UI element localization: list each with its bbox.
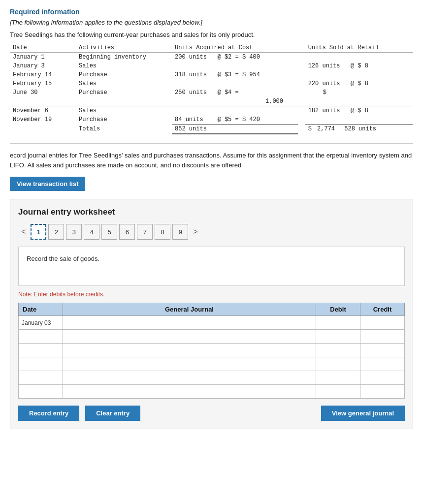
date-cell-1: January 03 [19, 316, 63, 330]
debit-cell-2[interactable] [316, 330, 360, 344]
date-cell-6 [19, 385, 63, 399]
journal-row-4 [19, 357, 405, 371]
journal-cell-2[interactable] [63, 330, 316, 344]
date-cell-2 [19, 330, 63, 344]
tab-4[interactable]: 4 [84, 224, 99, 240]
table-row: June 30 Purchase 250 units @ $4 = $ [10, 88, 413, 97]
journal-input-2[interactable] [66, 333, 313, 340]
credit-input-1[interactable] [363, 319, 401, 326]
journal-row-2 [19, 330, 405, 344]
col-units-sold: Units Sold at Retail [305, 43, 413, 53]
page-wrapper: Required information [The following info… [0, 0, 423, 504]
col-header-debit: Debit [316, 303, 360, 316]
debit-input-5[interactable] [319, 374, 357, 381]
credit-input-3[interactable] [363, 346, 401, 354]
tab-9[interactable]: 9 [172, 224, 188, 240]
credit-input-5[interactable] [363, 374, 401, 381]
debit-input-4[interactable] [319, 360, 357, 368]
credit-cell-6[interactable] [360, 385, 405, 399]
credit-cell-4[interactable] [360, 357, 405, 371]
debit-cell-4[interactable] [316, 357, 360, 371]
debit-cell-5[interactable] [316, 371, 360, 385]
tab-3[interactable]: 3 [66, 224, 82, 240]
debit-cell-1[interactable] [316, 316, 360, 330]
col-header-general-journal: General Journal [63, 303, 316, 316]
journal-input-6[interactable] [66, 388, 313, 395]
clear-entry-button[interactable]: Clear entry [85, 406, 140, 421]
credit-cell-2[interactable] [360, 330, 405, 344]
journal-input-3[interactable] [66, 346, 313, 354]
table-row: November 6 Sales 182 units @ $ 8 [10, 106, 413, 116]
debit-input-6[interactable] [319, 388, 357, 395]
credit-cell-1[interactable] [360, 316, 405, 330]
worksheet-container: Journal entry worksheet < 1 2 3 4 5 6 7 … [10, 199, 413, 429]
credit-input-2[interactable] [363, 333, 401, 340]
debit-input-2[interactable] [319, 333, 357, 340]
journal-input-4[interactable] [66, 360, 313, 368]
section-divider [10, 143, 413, 144]
col-units-acquired: Units Acquired at Cost [172, 43, 298, 53]
date-cell-4 [19, 357, 63, 371]
table-row: January 3 Sales 126 units @ $ 8 [10, 62, 413, 70]
journal-row-5 [19, 371, 405, 385]
next-tab-arrow[interactable]: > [190, 225, 200, 238]
credit-cell-5[interactable] [360, 371, 405, 385]
col-header-credit: Credit [360, 303, 405, 316]
totals-row: Totals 852 units $ 2,774 528 units [10, 125, 413, 134]
record-entry-button[interactable]: Record entry [18, 406, 79, 421]
col-date: Date [10, 43, 76, 53]
instructions-text: ecord journal entries for Tree Seedlings… [10, 151, 413, 170]
button-row: Record entry Clear entry View general jo… [18, 406, 405, 421]
view-transaction-button[interactable]: View transaction list [10, 177, 85, 191]
debit-cell-6[interactable] [316, 385, 360, 399]
table-row: 1,000 [10, 97, 413, 106]
entry-description: Record the sale of goods. [27, 255, 99, 262]
table-row: February 14 Purchase 318 units @ $3 = $ … [10, 70, 413, 79]
worksheet-title: Journal entry worksheet [18, 207, 405, 217]
inventory-table: Date Activities Units Acquired at Cost U… [10, 43, 413, 134]
col-activities: Activities [76, 43, 172, 53]
col-header-date: Date [19, 303, 63, 316]
view-general-journal-button[interactable]: View general journal [321, 406, 405, 421]
tab-1[interactable]: 1 [31, 224, 46, 240]
col-spacer [298, 43, 305, 53]
table-row: January 1 Beginning inventory 200 units … [10, 53, 413, 62]
credit-cell-3[interactable] [360, 344, 405, 357]
journal-row-3 [19, 344, 405, 357]
credit-input-6[interactable] [363, 388, 401, 395]
journal-table: Date General Journal Debit Credit Januar… [18, 303, 405, 399]
journal-row-1: January 03 [19, 316, 405, 330]
journal-cell-4[interactable] [63, 357, 316, 371]
tab-5[interactable]: 5 [101, 224, 117, 240]
debit-cell-3[interactable] [316, 344, 360, 357]
date-cell-5 [19, 371, 63, 385]
note-text: Note: Enter debits before credits. [18, 291, 405, 298]
italic-note: [The following information applies to th… [10, 19, 413, 26]
debit-input-3[interactable] [319, 346, 357, 354]
journal-input-1[interactable] [66, 319, 313, 326]
debit-input-1[interactable] [319, 319, 357, 326]
tab-6[interactable]: 6 [119, 224, 135, 240]
required-info-title: Required information [10, 8, 413, 16]
journal-row-6 [19, 385, 405, 399]
journal-cell-1[interactable] [63, 316, 316, 330]
tab-8[interactable]: 8 [155, 224, 170, 240]
journal-cell-3[interactable] [63, 344, 316, 357]
date-cell-3 [19, 344, 63, 357]
description-text: Tree Seedlings has the following current… [10, 31, 413, 38]
prev-tab-arrow[interactable]: < [18, 225, 29, 238]
journal-cell-6[interactable] [63, 385, 316, 399]
journal-cell-5[interactable] [63, 371, 316, 385]
tab-2[interactable]: 2 [48, 224, 64, 240]
tab-7[interactable]: 7 [137, 224, 153, 240]
table-row: November 19 Purchase 84 units @ $5 = $ 4… [10, 115, 413, 125]
tab-navigation: < 1 2 3 4 5 6 7 8 9 > [18, 224, 405, 240]
entry-card: Record the sale of goods. [18, 247, 405, 286]
credit-input-4[interactable] [363, 360, 401, 368]
table-row: February 15 Sales 220 units @ $ 8 [10, 79, 413, 88]
journal-input-5[interactable] [66, 374, 313, 381]
